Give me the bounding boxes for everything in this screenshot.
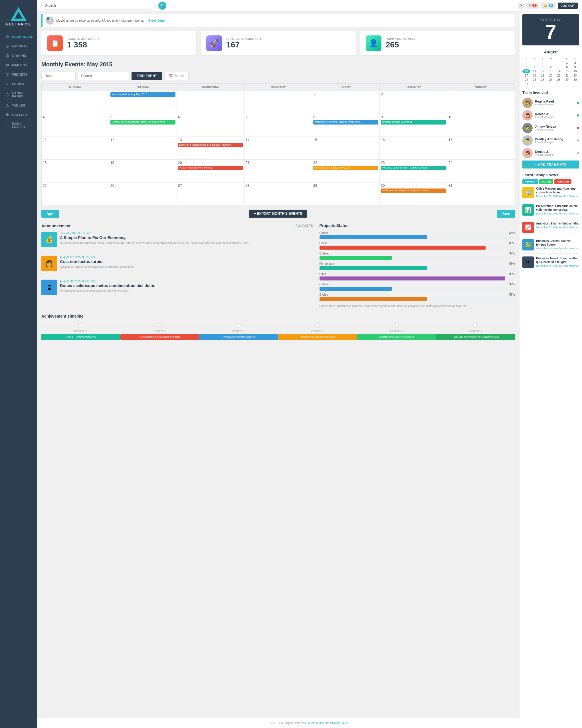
cal-cell-may4: 4 <box>41 114 109 137</box>
next-month-button[interactable]: June <box>497 210 515 218</box>
sidebar-item-dashboard[interactable]: ⊙ DASHBOARD <box>0 32 37 42</box>
mini-cal-s1: S <box>522 56 530 60</box>
help-button[interactable]: ? <box>518 3 524 8</box>
cal-row-4: 18 19 20 Project Management Seminar 21 2… <box>41 160 515 182</box>
add-teammate-button[interactable]: + ADD TEAMMATE <box>522 160 579 168</box>
cal-event-tools[interactable]: Tools and Techniques for Mastering Data <box>381 188 446 193</box>
mini-cal-row-6: 31 <box>522 82 579 86</box>
sidebar-item-forms[interactable]: ≡ FORMS <box>0 79 37 88</box>
timeline-event-3[interactable]: Project Management Seminar <box>199 334 278 340</box>
terms-link[interactable]: Terms of use <box>308 722 324 725</box>
topbar-search-button[interactable]: 🔍 <box>158 2 166 10</box>
sidebar-item-widgets[interactable]: ♡ WIDGETS <box>0 70 37 79</box>
mailbox-icon: ✉ <box>5 63 10 67</box>
news-item-1: 🏢 Office Managment: Nunc eget consectetu… <box>522 187 579 201</box>
prev-month-button[interactable]: April <box>41 210 59 218</box>
timeline-dot-2 <box>157 323 162 328</box>
announce-date-1: July 28, 2015 at 7:50 am <box>60 232 315 235</box>
stat-customers: 👤 HAPPY CUSTOMERS 265 <box>360 31 515 55</box>
sidebar-item-tables[interactable]: △ TABLES <box>0 101 37 110</box>
projects-section: Projects Status Cursus 55% Heat <box>320 223 515 308</box>
team-member-3: 👨 Jimmy Nelson Project Manager <box>522 123 579 133</box>
progress-bars: Cursus 55% Heath 85% <box>320 231 515 301</box>
cal-event-intl-literacy[interactable]: International Literacy Day 2015 <box>313 166 378 170</box>
timeline-event-5[interactable]: Leading Your Team to Success <box>357 334 436 340</box>
timeline-event-1[interactable]: Critical Thinking Workshop <box>41 334 120 340</box>
groups-tab-newest[interactable]: NEWEST <box>522 179 538 184</box>
projects-number: 167 <box>226 41 261 49</box>
mini-cal-t1: T <box>538 56 547 60</box>
projects-header: Projects Status <box>320 223 515 228</box>
cal-event-meeting[interactable]: Meeting: Leading Your Team to Success <box>381 166 446 170</box>
cal-cell-may30: 30 Tools and Techniques for Mastering Da… <box>380 182 447 205</box>
export-button[interactable]: + EXPORT MONTH'S EVENTS <box>249 210 307 218</box>
cal-header-thu: THURSDAY <box>245 84 312 91</box>
news-thumb-4: 💹 <box>522 239 534 251</box>
cal-cell-may28: 28 <box>245 182 312 205</box>
stat-tickets: 📋 TICKETS ANSWERED 1 358 <box>41 31 196 55</box>
cal-header-tue: TUESDAY <box>109 84 177 91</box>
groups-tab-popular[interactable]: POPULAR <box>554 179 572 184</box>
news-content-3: Analytics: Etiam in finibus felis. Decem… <box>536 222 579 233</box>
progress-cursus: Cursus 55% <box>320 231 515 239</box>
sidebar-item-mailbox[interactable]: ✉ MAILBOX <box>0 60 37 70</box>
sidebar-item-gallery[interactable]: ⊗ GALLERY <box>0 110 37 120</box>
avatar-regina: 👩 <box>522 98 533 108</box>
cal-cell-may26: 26 <box>109 182 177 205</box>
status-dot-1 <box>577 102 579 104</box>
cal-header-wed: WEDNESDAY <box>177 84 245 91</box>
customers-number: 265 <box>386 41 417 49</box>
cal-event-seminar[interactable]: Seminar: Fundamentals of Strategic Plann… <box>178 143 243 147</box>
cal-event-conference[interactable]: Conference: Leadership Strategies Confer… <box>110 120 175 125</box>
cal-event-project-mgmt[interactable]: Project Management Seminar <box>178 166 243 170</box>
timeline-event-4[interactable]: International Literacy Day 2015 <box>278 334 357 340</box>
cal-cell-may31: 31 <box>447 182 515 205</box>
month-view-button[interactable]: 📅 Month <box>164 72 188 80</box>
timeline-time-1: 09:00 2015 <box>75 330 87 333</box>
groups-tabs: NEWEST ACTIVE POPULAR <box>522 179 579 184</box>
calendar-search-input[interactable] <box>78 72 129 80</box>
news-item-3: 📈 Analytics: Etiam in finibus felis. Dec… <box>522 222 579 236</box>
sidebar-item-graphs[interactable]: ◎ GRAPHS <box>0 51 37 60</box>
mini-cal-row-4: 17181920212223 <box>522 73 579 78</box>
cal-event-workshop[interactable]: Workshop: Customer Service Workshop... <box>313 120 378 125</box>
topbar-search-input[interactable] <box>41 2 156 10</box>
announcements-header: Announcement ALL EVENTS <box>41 223 315 228</box>
all-events-button[interactable]: ALL EVENTS <box>293 223 315 228</box>
news-thumb-2: 📊 <box>522 204 534 216</box>
customers-icon: 👤 <box>366 35 382 51</box>
cal-cell-may15: 15 <box>312 137 380 160</box>
announce-date-2: August 12, 2015 at 8:00 am <box>60 256 315 259</box>
date-input[interactable] <box>41 72 76 80</box>
find-event-button[interactable]: FIND EVENT <box>132 72 162 80</box>
cal-cell-may19: 19 <box>109 160 177 182</box>
timeline-event-2[interactable]: Fundamentals of Strategic Planning <box>120 334 199 340</box>
cal-cell-may18: 18 <box>41 160 109 182</box>
app-name: ALLIANCE <box>5 22 32 26</box>
announce-content-1: July 28, 2015 at 7:50 am A Simple Plan t… <box>60 232 315 247</box>
announcement-item-3: 🖥 August 20, 2015 at 7:00 am Donec scele… <box>41 280 315 300</box>
mail-button[interactable]: ✉ 3 <box>526 3 539 8</box>
logout-button[interactable]: LOG OUT <box>558 3 578 9</box>
team-member-5: 👩 Denise J. Project Manager <box>522 148 579 158</box>
cal-event[interactable]: International Literacy Day 2015 <box>110 92 175 97</box>
mini-cal-row-5: 24252627282930 <box>522 78 579 82</box>
cal-event-critical[interactable]: Critical Thinking Workshop <box>381 120 446 125</box>
progress-fermentum: Fermentum 55% <box>320 262 515 270</box>
calendar-nav: April + EXPORT MONTH'S EVENTS June <box>41 210 515 218</box>
sidebar-item-other-pages[interactable]: ◌ OTHER PAGES <box>0 88 37 101</box>
privacy-link[interactable]: Privacy Policy <box>330 722 348 725</box>
notification-badge: 8 <box>549 4 553 7</box>
cal-cell-may12: 12 <box>109 137 177 160</box>
timeline-event-6[interactable]: Tools and Techniques for Mastering Data <box>436 334 515 340</box>
news-content-4: Business Growth: Sed vel tempus libero. … <box>536 239 579 251</box>
sidebar-item-layouts[interactable]: ◇ LAYOUTS <box>0 42 37 51</box>
notification-button[interactable]: 🔔 8 <box>541 3 555 8</box>
sidebar-item-menu-levels[interactable]: ≈ MENU LEVELS <box>0 120 37 131</box>
groups-tab-active[interactable]: ACTIVE <box>539 179 553 184</box>
cal-row-3: 11 12 13 Seminar: Fundamentals of Strate… <box>41 137 515 160</box>
mini-cal-t2: T <box>555 56 563 60</box>
cal-cell-may20: 20 Project Management Seminar <box>177 160 245 182</box>
mini-cal-month: August <box>522 50 579 54</box>
tickets-icon: 📋 <box>47 35 63 51</box>
